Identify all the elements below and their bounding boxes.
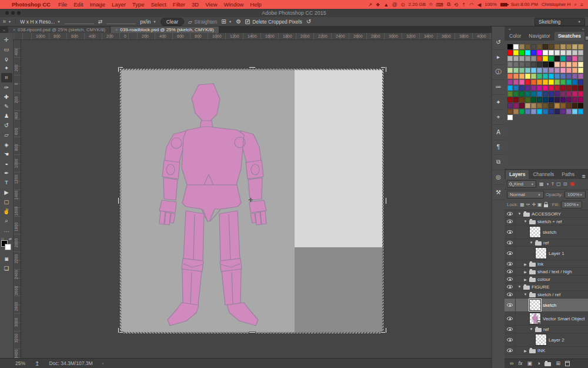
- properties-panel-icon[interactable]: ≔: [492, 80, 505, 95]
- tab-close-icon[interactable]: ×: [13, 28, 15, 32]
- color-swatch[interactable]: [554, 97, 560, 102]
- zoom-tool[interactable]: ⌕: [1, 216, 12, 226]
- color-swatch[interactable]: [566, 68, 572, 73]
- actions-panel-icon[interactable]: ▸: [492, 50, 505, 65]
- color-swatch[interactable]: [513, 74, 519, 79]
- lasso-tool[interactable]: ϙ: [1, 54, 12, 63]
- clone-stamp-tool[interactable]: ♟: [1, 111, 12, 121]
- color-swatch[interactable]: [549, 97, 554, 102]
- color-swatch[interactable]: [519, 103, 524, 108]
- color-swatch[interactable]: [507, 91, 513, 97]
- edit-toolbar[interactable]: …: [1, 226, 12, 235]
- crop-tool[interactable]: ⌗: [1, 73, 12, 82]
- color-swatch[interactable]: [554, 44, 560, 49]
- layer-group-row[interactable]: ▼sketch / ref: [505, 291, 588, 299]
- color-swatch[interactable]: [537, 74, 542, 79]
- crop-settings-gear-icon[interactable]: ⚙: [236, 18, 241, 25]
- layer-group-row[interactable]: ▶shad / text / high: [505, 268, 588, 276]
- color-swatch[interactable]: [578, 103, 583, 108]
- reset-crop-icon[interactable]: ↺: [306, 18, 311, 25]
- visibility-toggle[interactable]: [505, 268, 516, 275]
- color-swatch[interactable]: [525, 109, 530, 114]
- color-swatch[interactable]: [578, 68, 583, 73]
- document-tab[interactable]: ×038-ripcord.psd @ 25% (sketch, CMYK/8): [8, 26, 111, 33]
- layer-row[interactable]: sketch: [505, 226, 588, 239]
- color-swatch[interactable]: [531, 91, 536, 97]
- color-swatch[interactable]: [531, 109, 536, 114]
- color-swatch[interactable]: [554, 85, 560, 91]
- color-swatch[interactable]: [572, 91, 577, 97]
- color-swatch[interactable]: [507, 56, 513, 61]
- group-expand-chevron[interactable]: ▼: [523, 220, 527, 223]
- crop-handle[interactable]: [249, 331, 256, 333]
- color-swatch[interactable]: [513, 62, 519, 67]
- move-tool[interactable]: ✛: [1, 35, 12, 44]
- crop-handle[interactable]: [385, 67, 387, 72]
- color-swatch[interactable]: [549, 50, 554, 55]
- color-swatch[interactable]: [560, 85, 566, 91]
- layer-filter-type-icon[interactable]: ◑: [546, 181, 549, 187]
- hand-tool[interactable]: ✌: [1, 206, 12, 216]
- color-swatch[interactable]: [572, 74, 577, 79]
- color-swatch[interactable]: [537, 103, 542, 108]
- color-swatch[interactable]: [560, 50, 566, 55]
- visibility-toggle[interactable]: [505, 247, 516, 260]
- menu-3d[interactable]: 3D: [192, 1, 199, 8]
- color-swatch[interactable]: [560, 97, 566, 102]
- color-swatch[interactable]: [566, 56, 572, 61]
- doc-size-info[interactable]: Doc: 34.3M/107.3M: [49, 360, 92, 366]
- minimize-window-button[interactable]: [11, 11, 15, 15]
- color-swatch[interactable]: [543, 44, 548, 49]
- resolution-unit-select[interactable]: px/in ▼: [140, 19, 156, 25]
- crop-handle[interactable]: [385, 327, 387, 333]
- color-swatch[interactable]: [560, 79, 566, 85]
- color-swatch[interactable]: [554, 68, 560, 73]
- color-swatch[interactable]: [566, 85, 572, 91]
- layer-thumbnail[interactable]: [535, 247, 547, 259]
- color-swatch[interactable]: [549, 44, 554, 49]
- color-swatch[interactable]: [513, 50, 519, 55]
- aspect-ratio-select[interactable]: W x H x Reso... ▼: [20, 19, 61, 25]
- crop-handle[interactable]: [118, 327, 119, 333]
- menu-filter[interactable]: Filter: [173, 1, 185, 8]
- color-swatch[interactable]: [560, 56, 566, 61]
- gradient-tool[interactable]: ◈: [1, 140, 12, 149]
- lock-type-icon[interactable]: ▣: [537, 202, 542, 207]
- collapse-left-icon[interactable]: «: [509, 27, 510, 31]
- color-swatch[interactable]: [513, 44, 519, 49]
- color-swatch[interactable]: [560, 109, 566, 114]
- color-swatch[interactable]: [537, 50, 542, 55]
- shape-tool[interactable]: ▢: [1, 197, 12, 206]
- menu-view[interactable]: View: [205, 1, 217, 8]
- color-swatch[interactable]: [525, 44, 530, 49]
- layer-row[interactable]: sketch: [505, 299, 588, 312]
- color-swatch[interactable]: [549, 74, 554, 79]
- color-swatch[interactable]: [572, 62, 577, 67]
- opacity-select[interactable]: 100% ▼: [564, 191, 586, 198]
- visibility-toggle[interactable]: [505, 333, 516, 346]
- new-group-icon[interactable]: [544, 362, 551, 366]
- color-swatch[interactable]: [537, 44, 542, 49]
- layer-name[interactable]: FIGURE: [532, 284, 549, 290]
- color-swatch[interactable]: [513, 103, 519, 108]
- tab-color[interactable]: Color: [506, 32, 524, 41]
- tab-close-icon[interactable]: ×: [115, 28, 118, 32]
- layer-filtering-toggle[interactable]: [570, 182, 574, 186]
- zoom-level-input[interactable]: 25%: [15, 360, 25, 366]
- color-swatch[interactable]: [566, 109, 572, 114]
- color-swatch[interactable]: [519, 68, 524, 73]
- layer-name[interactable]: sketch + ref: [537, 219, 562, 224]
- color-swatch[interactable]: [554, 79, 560, 85]
- color-swatch[interactable]: [566, 50, 572, 55]
- clone-source-panel-icon[interactable]: ⌖: [492, 110, 505, 125]
- color-swatch[interactable]: [543, 109, 548, 114]
- layer-name[interactable]: Layer 2: [549, 337, 564, 343]
- layer-name[interactable]: Layer 1: [549, 251, 564, 256]
- color-swatch[interactable]: [519, 79, 524, 85]
- color-swatch[interactable]: [519, 85, 524, 91]
- color-swatch[interactable]: [507, 62, 513, 67]
- group-expand-chevron[interactable]: ▼: [529, 327, 533, 331]
- color-swatch[interactable]: [537, 109, 542, 114]
- layer-name[interactable]: ref: [543, 240, 549, 246]
- crop-handle[interactable]: [385, 197, 387, 204]
